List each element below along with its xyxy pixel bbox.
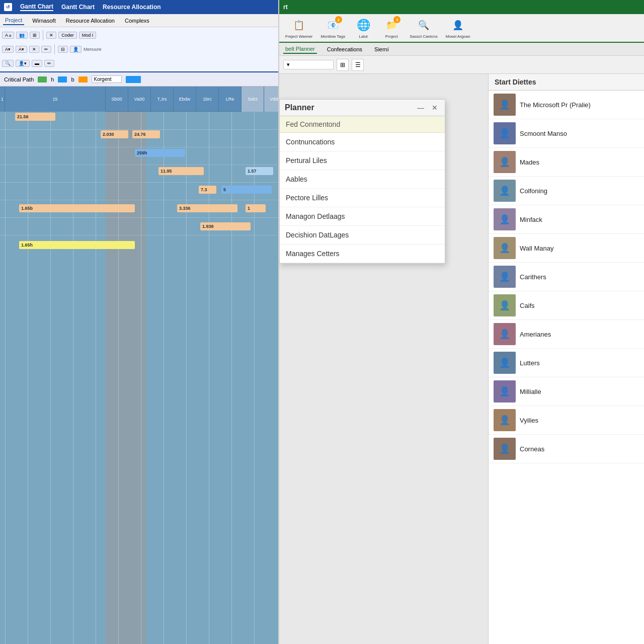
- planner-close-btn[interactable]: ✕: [430, 103, 440, 113]
- left-tab-gantt1[interactable]: Gantt Chart: [20, 3, 53, 11]
- planner-item-1[interactable]: Pertural Liles: [280, 151, 445, 170]
- ribbon-x2-btn[interactable]: ✕: [29, 46, 39, 53]
- right-list-icon[interactable]: ☰: [352, 59, 364, 71]
- person-name-6: Carithers: [520, 273, 546, 281]
- ribbon-person-btn[interactable]: 👤▾: [16, 60, 30, 67]
- critical-path-label: Critical Path: [4, 76, 34, 83]
- ribbon-color-btn[interactable]: A▾: [2, 46, 14, 53]
- gantt-body: 21.56 2.030 24.76 259h 11.95 1.57 7.3 5 …: [0, 112, 278, 644]
- person-11[interactable]: 👤 Vyilies: [489, 406, 644, 435]
- nav-confeecations[interactable]: Confeecations: [325, 45, 364, 53]
- ribbon-edit-btn[interactable]: ✏: [41, 46, 51, 53]
- person-7[interactable]: 👤 Caifs: [489, 291, 644, 320]
- planner-minimize-btn[interactable]: —: [416, 103, 426, 113]
- gantt-bar-1[interactable]: 2.030: [101, 130, 128, 138]
- ribbon-search-btn[interactable]: 🔍: [2, 60, 14, 67]
- ribbon-project[interactable]: 📁 3 Project: [379, 16, 404, 40]
- cp-blue-bar: [126, 76, 141, 83]
- planner-item-2[interactable]: Aables: [280, 170, 445, 189]
- person-name-10: Millialle: [520, 388, 541, 395]
- planner-item-4[interactable]: Managon Detlaags: [280, 207, 445, 226]
- planner-item-3[interactable]: Pectore Lilles: [280, 189, 445, 207]
- ribbon-x-btn[interactable]: ✕: [46, 32, 56, 39]
- ribbon-bar-btn[interactable]: ▬: [32, 60, 42, 67]
- left-tab-resource[interactable]: Resource Allocation: [103, 4, 161, 11]
- gantt-bar-5[interactable]: 1.57: [246, 167, 273, 175]
- person-4[interactable]: 👤 Minfack: [489, 205, 644, 234]
- ribbon-mosel[interactable]: 👤 Mosel Argoan: [444, 16, 472, 40]
- ribbon-montlow[interactable]: 📧 2 Montlow Tags: [318, 16, 347, 40]
- person-3[interactable]: 👤 Colfoning: [489, 177, 644, 205]
- people-header: Start Diettes: [489, 74, 644, 91]
- planner-item-6[interactable]: Manages Cetters: [280, 245, 445, 263]
- gantt-bar-2[interactable]: 24.76: [132, 130, 160, 138]
- ribbon-font-btn[interactable]: Aa: [2, 32, 14, 39]
- person-name-5: Wall Manay: [520, 245, 553, 252]
- cp-green-label: h: [51, 76, 54, 83]
- gantt-bar-6[interactable]: 7.3: [199, 186, 216, 194]
- ribbon-chrome[interactable]: 🌐 Lalut: [351, 16, 375, 40]
- ribbon-people-btn[interactable]: 👥: [16, 32, 28, 39]
- gantt-bar-7[interactable]: 5: [221, 186, 272, 194]
- gantt-bar-0[interactable]: 21.56: [15, 113, 55, 121]
- col-vdde: Vdde: [264, 87, 279, 112]
- gantt-bar-9[interactable]: 3.336: [177, 204, 237, 212]
- planner-header: Planner — ✕: [280, 100, 445, 116]
- person-10[interactable]: 👤 Millialle: [489, 377, 644, 406]
- left-tab-gantt2[interactable]: Gantt Chart: [61, 4, 95, 11]
- person-name-7: Caifs: [520, 302, 535, 309]
- ribbon-mod-btn[interactable]: Mod I: [79, 32, 97, 39]
- col-1brc: 1brc: [196, 87, 219, 112]
- ribbon-user-btn[interactable]: 👤: [70, 46, 82, 53]
- gantt-bar-11[interactable]: 1.938: [200, 222, 251, 230]
- right-ribbon: 📋 Freject Wanner 📧 2 Montlow Tags 🌐 Lalu…: [279, 14, 644, 43]
- person-12[interactable]: 👤 Corneas: [489, 435, 644, 463]
- person-name-12: Corneas: [520, 445, 544, 453]
- left-panel: ↺ Gantt Chart Gantt Chart Resource Alloc…: [0, 0, 279, 644]
- nav-belt-planner[interactable]: belt Planner: [283, 45, 317, 54]
- grid-line-6: [118, 112, 119, 644]
- menu-complexs[interactable]: Complexs: [123, 17, 151, 25]
- menu-project[interactable]: Project: [3, 16, 24, 25]
- freject-icon: 📋: [291, 17, 307, 33]
- person-name-9: Lutters: [520, 359, 540, 367]
- cp-input[interactable]: [92, 75, 122, 83]
- right-nav-row: belt Planner Confeecations Sierní: [279, 43, 644, 56]
- planner-item-5[interactable]: Decishion DatLages: [280, 226, 445, 245]
- ribbon-freject[interactable]: 📋 Freject Wanner: [283, 16, 314, 40]
- ribbon-grid-btn[interactable]: ⊞: [30, 32, 40, 39]
- right-title: rt: [283, 4, 288, 11]
- ribbon-sassct[interactable]: 🔍 Sassct Cantcns: [408, 16, 440, 40]
- person-8[interactable]: 👤 Amerianes: [489, 320, 644, 349]
- chrome-icon: 🌐: [355, 17, 371, 33]
- person-2[interactable]: 👤 Mades: [489, 148, 644, 177]
- right-grid-icon[interactable]: ⊞: [337, 59, 349, 71]
- person-0[interactable]: 👤 The Microsoft Pr (Pralie): [489, 91, 644, 119]
- right-toolbar: ▾ ⊞ ☰: [279, 56, 644, 74]
- ribbon-align-btn[interactable]: ⊟: [58, 46, 68, 53]
- gantt-bar-10[interactable]: 1: [246, 204, 266, 212]
- person-1[interactable]: 👤 Scmoont Manso: [489, 119, 644, 148]
- ribbon-pencil-btn[interactable]: ✏: [44, 60, 54, 67]
- person-6[interactable]: 👤 Carithers: [489, 263, 644, 291]
- menu-resource-alloc[interactable]: Resource Allocation: [64, 17, 117, 25]
- app-icon: ↺: [4, 3, 12, 11]
- gantt-bar-12[interactable]: 1.65h: [19, 241, 135, 249]
- right-dropdown[interactable]: ▾: [283, 60, 334, 69]
- grid-line-7: [141, 112, 141, 644]
- people-panel: Start Diettes 👤 The Microsoft Pr (Pralie…: [488, 74, 644, 644]
- planner-item-0[interactable]: Contnuncations: [280, 133, 445, 151]
- nav-sierni[interactable]: Sierní: [372, 45, 391, 53]
- gantt-bar-4[interactable]: 11.95: [158, 167, 204, 175]
- menu-wirnasoft[interactable]: Wirnasoft: [30, 17, 57, 25]
- grid-line-8: [164, 112, 164, 644]
- person-5[interactable]: 👤 Wall Manay: [489, 234, 644, 263]
- planner-fed-item[interactable]: Fed Conmentond: [280, 116, 445, 133]
- grid-line-4: [73, 112, 73, 644]
- gantt-bar-8[interactable]: 1.65b: [19, 204, 135, 212]
- person-9[interactable]: 👤 Lutters: [489, 349, 644, 377]
- person-name-1: Scmoont Manso: [520, 130, 567, 137]
- ribbon-coder-btn[interactable]: Coder: [58, 32, 77, 39]
- gantt-bar-3[interactable]: 259h: [135, 149, 185, 157]
- ribbon-format-btn[interactable]: A▾: [16, 46, 27, 53]
